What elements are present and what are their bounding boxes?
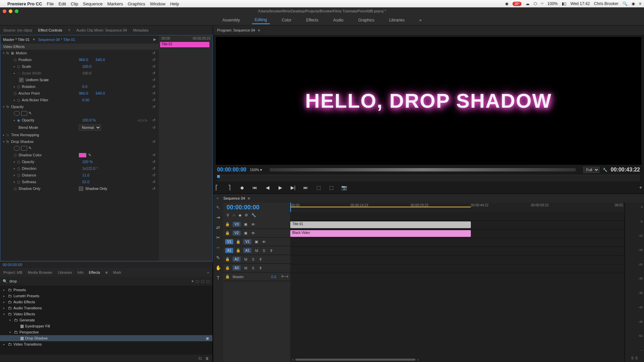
reset-icon[interactable]: ↺ bbox=[152, 105, 155, 109]
play-icon[interactable]: ▶ bbox=[277, 184, 284, 191]
workspace-audio[interactable]: Audio bbox=[331, 16, 346, 24]
filter-icon[interactable]: ▢ bbox=[196, 279, 199, 283]
panel-menu-icon[interactable]: ≡ bbox=[248, 196, 250, 200]
clip-black-video[interactable]: Black Video bbox=[290, 230, 471, 237]
track-head-v1[interactable]: V1🔒V1▣👁 bbox=[223, 238, 290, 246]
notification-center-icon[interactable]: ≡ bbox=[639, 1, 641, 6]
app-name[interactable]: Premiere Pro CC bbox=[7, 1, 42, 6]
workspace-graphics[interactable]: Graphics bbox=[355, 16, 377, 24]
marker-icon[interactable]: ◆ bbox=[239, 213, 241, 217]
track-head-a1[interactable]: A1🔒A1MS🎙 bbox=[223, 246, 290, 255]
rotation-value[interactable]: 0.0 bbox=[82, 85, 99, 89]
user-name[interactable]: Chris Brooker bbox=[594, 1, 618, 6]
track-v1[interactable]: Black Video bbox=[290, 229, 625, 238]
ec-time-remapping[interactable]: ▸fx Time Remapping bbox=[0, 132, 159, 138]
reset-icon[interactable]: ↺ bbox=[152, 58, 155, 62]
snap-icon[interactable]: ⚲ bbox=[227, 213, 229, 217]
ec-mini-timeline-clip[interactable]: Title 01 bbox=[160, 42, 209, 47]
zoom-window-icon[interactable] bbox=[15, 9, 18, 13]
window-traffic-lights[interactable] bbox=[3, 9, 18, 13]
ec-blend-row[interactable]: Blend Mode Normal ↺ bbox=[0, 123, 159, 132]
type-tool-icon[interactable]: T bbox=[215, 275, 221, 281]
track-head-a3[interactable]: 🔒A3MS🎙 bbox=[223, 264, 290, 272]
antiflicker-value[interactable]: 0.00 bbox=[82, 98, 99, 102]
ec-ds-opacity-row[interactable]: ▸◌Opacity 100 % ↺ bbox=[0, 158, 159, 165]
razor-tool-icon[interactable]: ✂ bbox=[215, 235, 221, 241]
trash-icon[interactable]: 🗑 bbox=[205, 356, 209, 360]
panel-menu-icon[interactable]: ≡ bbox=[68, 28, 70, 32]
reset-icon[interactable]: ↺ bbox=[152, 78, 155, 82]
ripple-tool-icon[interactable]: ⇄ bbox=[215, 225, 221, 231]
track-select-tool-icon[interactable]: ⇥ bbox=[215, 215, 221, 221]
selection-tool-icon[interactable]: ↖ bbox=[215, 205, 221, 211]
close-window-icon[interactable] bbox=[3, 9, 6, 13]
ec-master-crumb[interactable]: Master * Title 01 bbox=[3, 38, 30, 42]
track-a1[interactable] bbox=[290, 238, 625, 247]
settings-icon[interactable]: ⚙ bbox=[245, 213, 248, 217]
ec-scale-row[interactable]: ▸◌Scale 100.0 ↺ bbox=[0, 63, 159, 70]
program-zoom[interactable]: 150% ▾ bbox=[250, 168, 262, 172]
tab-effects[interactable]: Effects bbox=[89, 270, 100, 274]
cloud-icon[interactable]: ☁︎ bbox=[526, 1, 530, 6]
track-head-a2[interactable]: 🔒A2MS🎙 bbox=[223, 255, 290, 264]
ec-softness-row[interactable]: ▸◌Softness 52.0 ↺ bbox=[0, 178, 159, 185]
mask-ellipse-icon[interactable] bbox=[14, 146, 20, 151]
panel-menu-icon[interactable]: ≡ bbox=[105, 270, 107, 274]
menu-window[interactable]: Window bbox=[150, 1, 165, 6]
tab-info[interactable]: Info bbox=[77, 270, 83, 274]
menu-sequence[interactable]: Sequence bbox=[83, 1, 103, 6]
track-v3[interactable] bbox=[290, 212, 625, 221]
workspace-overflow-icon[interactable]: » bbox=[416, 16, 424, 24]
ec-shadow-only-row[interactable]: ◌Shadow Only Shadow Only ↺ bbox=[0, 185, 159, 192]
reset-icon[interactable]: ↺ bbox=[152, 118, 155, 122]
scale-value[interactable]: 100.0 bbox=[82, 64, 99, 68]
go-to-in-icon[interactable]: ⏮ bbox=[251, 184, 258, 191]
tab-effect-controls[interactable]: Effect Controls bbox=[38, 28, 62, 32]
add-marker-icon[interactable]: ◆ bbox=[239, 184, 245, 191]
wrench-icon[interactable]: 🔧 bbox=[603, 168, 607, 172]
menu-help[interactable]: Help bbox=[170, 1, 179, 6]
program-ruler[interactable] bbox=[217, 175, 640, 182]
timeline-tracks-area[interactable]: :00:00 00:00:14:23 00:00:29:23 00:00:44:… bbox=[290, 203, 625, 362]
new-bin-icon[interactable]: 🗀 bbox=[198, 356, 202, 360]
ec-distance-row[interactable]: ▸◌Distance 11.0 ↺ bbox=[0, 172, 159, 178]
linked-selection-icon[interactable]: ∩ bbox=[233, 213, 235, 217]
uniform-scale-checkbox[interactable]: ✓ bbox=[19, 78, 23, 82]
program-playhead[interactable] bbox=[217, 175, 220, 178]
menu-file[interactable]: File bbox=[47, 1, 54, 6]
tree-lumetri[interactable]: ▸🗀Lumetri Presets bbox=[0, 293, 212, 299]
ec-shadow-color-row[interactable]: ◌Shadow Color ✎ ↺ bbox=[0, 152, 159, 158]
ec-uniform-scale-row[interactable]: ✓ Uniform Scale ↺ bbox=[0, 76, 159, 83]
chevron-down-icon[interactable]: ▼ bbox=[32, 38, 35, 41]
workspace-editing[interactable]: Editing bbox=[252, 16, 270, 24]
timeline-playhead[interactable] bbox=[290, 203, 291, 212]
opacity-value[interactable]: 100.0 % bbox=[82, 118, 99, 122]
ec-motion[interactable]: ▾fx⊞ Motion ↺ bbox=[0, 50, 159, 56]
close-panel-icon[interactable]: × bbox=[216, 196, 218, 200]
siri-icon[interactable]: ◉ bbox=[632, 1, 635, 6]
filter-icon[interactable]: ▢ bbox=[206, 279, 210, 283]
tree-video-effects[interactable]: ▾🗀Video Effects bbox=[0, 311, 212, 317]
mask-rect-icon[interactable] bbox=[21, 111, 27, 116]
mask-ellipse-icon[interactable] bbox=[14, 111, 20, 116]
ec-opacity-value-row[interactable]: ▸◉Opacity 100.0 % ◁ ◇ ▷ ↺ bbox=[0, 117, 159, 123]
mask-pen-icon[interactable]: ✎ bbox=[29, 146, 35, 151]
tab-project[interactable]: Project: bfB bbox=[3, 270, 22, 274]
ec-direction-row[interactable]: ▸◌Direction 1x122.0 ° ↺ bbox=[0, 165, 159, 172]
anchor-x[interactable]: 960.0 bbox=[79, 91, 96, 95]
ec-sequence-crumb[interactable]: Sequence 04 * Title 01 bbox=[38, 38, 75, 42]
go-to-out-icon[interactable]: ⏭ bbox=[302, 184, 309, 191]
tree-video-transitions[interactable]: ▸🗀Video Transitions bbox=[0, 341, 212, 347]
ec-opacity-masks[interactable]: ✎ bbox=[0, 110, 159, 117]
zoom-in-icon[interactable]: ○ bbox=[417, 358, 419, 362]
lift-icon[interactable]: ⬚ bbox=[315, 184, 322, 191]
wifi-icon[interactable]: ⌔ bbox=[541, 1, 543, 6]
track-head-master[interactable]: 🔒Master0.0⊢⊣ bbox=[223, 272, 290, 281]
reset-icon[interactable]: ↺ bbox=[152, 125, 155, 130]
dropbox-icon[interactable]: ⬡ bbox=[534, 1, 537, 6]
workspace-color[interactable]: Color bbox=[279, 16, 294, 24]
reset-icon[interactable]: ↺ bbox=[152, 71, 155, 75]
reset-icon[interactable]: ↺ bbox=[152, 51, 155, 55]
slip-tool-icon[interactable]: ↔ bbox=[215, 245, 221, 251]
tree-generate[interactable]: ▾🗀Generate bbox=[0, 317, 212, 323]
